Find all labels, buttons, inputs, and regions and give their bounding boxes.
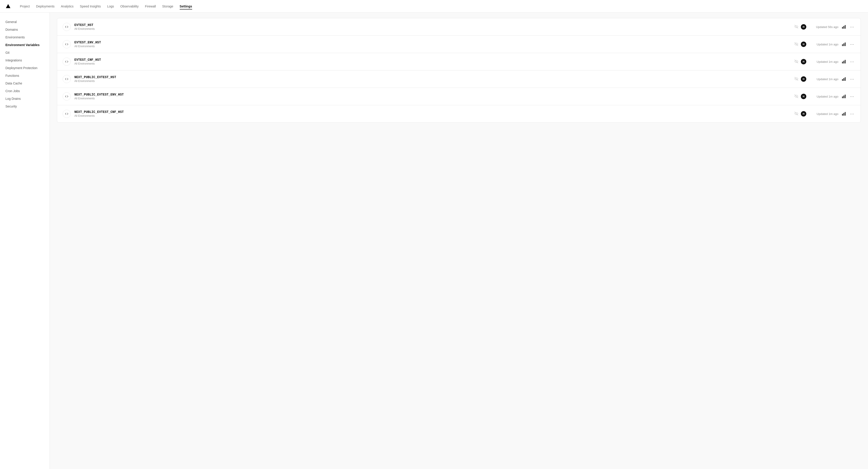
env-more-button[interactable]: ···: [849, 93, 855, 100]
env-var-row: EVTEST_HSTAll Environments HUpdated 56s …: [57, 18, 861, 36]
sidebar-item-git[interactable]: Git: [0, 49, 50, 57]
env-info: NEXT_PUBLIC_EVTEST_HSTAll Environments: [74, 75, 790, 82]
nav-item-storage[interactable]: Storage: [162, 4, 173, 8]
env-var-name: NEXT_PUBLIC_EVTEST_CNF_HST: [74, 110, 790, 114]
env-var-scope: All Environments: [74, 27, 790, 31]
env-more-button[interactable]: ···: [849, 41, 855, 48]
env-info: EVTEST_CNF_HSTAll Environments: [74, 58, 790, 65]
env-var-row: NEXT_PUBLIC_EVTEST_ENV_HSTAll Environmen…: [57, 88, 861, 105]
sidebar-item-data-cache[interactable]: Data Cache: [0, 79, 50, 87]
env-updated-time: Updated 56s ago: [816, 25, 838, 29]
hidden-badge: H: [801, 59, 806, 64]
nav-item-project[interactable]: Project: [20, 4, 30, 8]
env-code-icon-button[interactable]: [63, 75, 71, 83]
hidden-icon: [794, 76, 799, 82]
env-badges: H: [794, 94, 806, 99]
env-badges: H: [794, 76, 806, 82]
env-var-scope: All Environments: [74, 62, 790, 65]
env-var-scope: All Environments: [74, 79, 790, 82]
env-badges: H: [794, 111, 806, 116]
sidebar-item-environment-variables[interactable]: Environment Variables: [0, 41, 50, 49]
env-var-name: NEXT_PUBLIC_EVTEST_HST: [74, 75, 790, 79]
env-chart-icon[interactable]: [842, 112, 846, 115]
env-meta: Updated 1m ago···: [810, 93, 855, 100]
env-code-icon-button[interactable]: [63, 40, 71, 48]
env-more-button[interactable]: ···: [849, 111, 855, 117]
env-code-icon-button[interactable]: [63, 92, 71, 100]
env-updated-time: Updated 1m ago: [817, 60, 838, 63]
env-var-scope: All Environments: [74, 45, 790, 48]
env-badges: H: [794, 59, 806, 64]
sidebar-item-domains[interactable]: Domains: [0, 26, 50, 33]
top-navigation: ProjectDeploymentsAnalyticsSpeed Insight…: [0, 0, 868, 13]
nav-item-deployments[interactable]: Deployments: [36, 4, 55, 8]
main-content: EVTEST_HSTAll Environments HUpdated 56s …: [50, 13, 868, 469]
nav-item-firewall[interactable]: Firewall: [145, 4, 156, 8]
hidden-badge: H: [801, 41, 806, 47]
env-updated-time: Updated 1m ago: [817, 43, 838, 46]
hidden-badge: H: [801, 94, 806, 99]
env-chart-icon[interactable]: [842, 77, 846, 81]
hidden-badge: H: [801, 24, 806, 30]
hidden-icon: [794, 59, 799, 64]
sidebar-item-security[interactable]: Security: [0, 102, 50, 110]
hidden-icon: [794, 42, 799, 47]
sidebar-item-integrations[interactable]: Integrations: [0, 57, 50, 64]
env-more-button[interactable]: ···: [849, 59, 855, 65]
nav-item-speed-insights[interactable]: Speed Insights: [80, 4, 101, 8]
env-info: EVTEST_HSTAll Environments: [74, 23, 790, 31]
page-layout: GeneralDomainsEnvironmentsEnvironment Va…: [0, 13, 868, 469]
sidebar-item-environments[interactable]: Environments: [0, 33, 50, 41]
env-more-button[interactable]: ···: [849, 76, 855, 82]
sidebar: GeneralDomainsEnvironmentsEnvironment Va…: [0, 13, 50, 469]
env-var-row: EVTEST_ENV_HSTAll Environments HUpdated …: [57, 36, 861, 53]
env-var-name: EVTEST_CNF_HST: [74, 58, 790, 62]
nav-item-settings[interactable]: Settings: [180, 4, 192, 8]
nav-items-list: ProjectDeploymentsAnalyticsSpeed Insight…: [20, 4, 192, 8]
env-var-name: NEXT_PUBLIC_EVTEST_ENV_HST: [74, 93, 790, 96]
env-meta: Updated 56s ago···: [810, 24, 855, 30]
sidebar-item-cron-jobs[interactable]: Cron Jobs: [0, 87, 50, 95]
nav-item-analytics[interactable]: Analytics: [61, 4, 73, 8]
env-var-row: NEXT_PUBLIC_EVTEST_CNF_HSTAll Environmen…: [57, 105, 861, 123]
nav-item-logs[interactable]: Logs: [107, 4, 114, 8]
env-chart-icon[interactable]: [842, 60, 846, 63]
env-code-icon-button[interactable]: [63, 23, 71, 31]
hidden-icon: [794, 24, 799, 30]
env-var-name: EVTEST_ENV_HST: [74, 41, 790, 44]
env-var-scope: All Environments: [74, 114, 790, 118]
sidebar-item-log-drains[interactable]: Log Drains: [0, 95, 50, 102]
env-badges: H: [794, 41, 806, 47]
env-var-scope: All Environments: [74, 97, 790, 100]
env-code-icon-button[interactable]: [63, 110, 71, 118]
logo[interactable]: [5, 4, 11, 9]
env-meta: Updated 1m ago···: [810, 76, 855, 82]
sidebar-item-deployment-protection[interactable]: Deployment Protection: [0, 64, 50, 72]
env-meta: Updated 1m ago···: [810, 59, 855, 65]
env-info: EVTEST_ENV_HSTAll Environments: [74, 41, 790, 48]
hidden-badge: H: [801, 111, 806, 116]
env-meta: Updated 1m ago···: [810, 111, 855, 117]
hidden-badge: H: [801, 76, 806, 82]
env-variables-list: EVTEST_HSTAll Environments HUpdated 56s …: [57, 18, 861, 123]
env-updated-time: Updated 1m ago: [817, 77, 838, 81]
svg-marker-0: [6, 4, 10, 8]
env-updated-time: Updated 1m ago: [817, 95, 838, 98]
env-chart-icon[interactable]: [842, 25, 846, 29]
env-meta: Updated 1m ago···: [810, 41, 855, 48]
hidden-icon: [794, 94, 799, 99]
env-info: NEXT_PUBLIC_EVTEST_CNF_HSTAll Environmen…: [74, 110, 790, 118]
env-chart-icon[interactable]: [842, 42, 846, 46]
sidebar-item-general[interactable]: General: [0, 18, 50, 26]
env-chart-icon[interactable]: [842, 95, 846, 98]
env-var-name: EVTEST_HST: [74, 23, 790, 27]
env-info: NEXT_PUBLIC_EVTEST_ENV_HSTAll Environmen…: [74, 93, 790, 100]
nav-item-observability[interactable]: Observability: [120, 4, 138, 8]
env-updated-time: Updated 1m ago: [817, 112, 838, 115]
env-var-row: EVTEST_CNF_HSTAll Environments HUpdated …: [57, 53, 861, 70]
env-code-icon-button[interactable]: [63, 58, 71, 66]
sidebar-item-functions[interactable]: Functions: [0, 72, 50, 79]
env-var-row: NEXT_PUBLIC_EVTEST_HSTAll Environments H…: [57, 70, 861, 88]
env-more-button[interactable]: ···: [849, 24, 855, 30]
hidden-icon: [794, 111, 799, 116]
